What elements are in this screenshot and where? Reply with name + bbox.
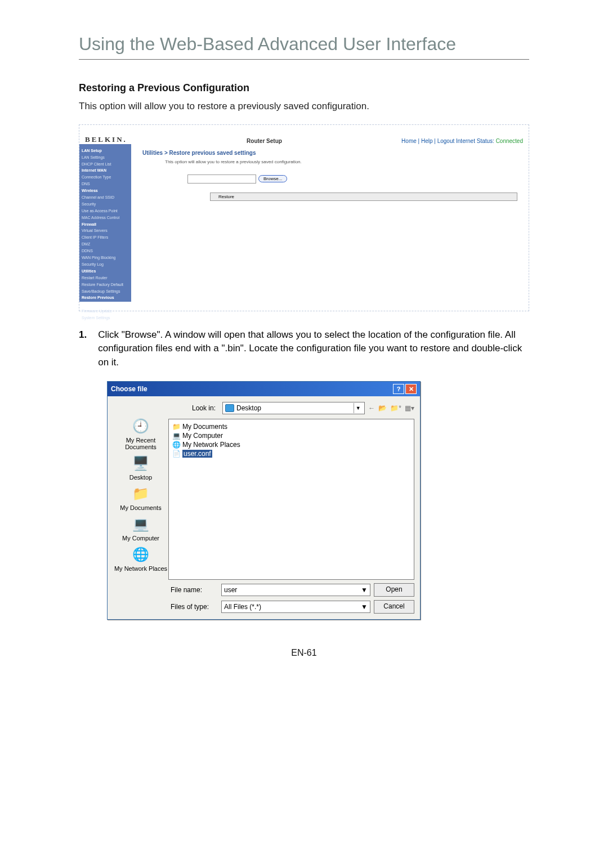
place-label: My Documents bbox=[120, 504, 161, 511]
restore-button[interactable]: Restore bbox=[210, 193, 517, 201]
sidebar-item[interactable]: Restart Router bbox=[82, 275, 129, 281]
list-item[interactable]: 💻My Computer bbox=[172, 432, 410, 440]
sidebar-item[interactable]: System Settings bbox=[82, 315, 129, 321]
sidebar-item[interactable]: DNS bbox=[82, 181, 129, 187]
divider bbox=[79, 59, 529, 60]
intro-text: This option will allow you to restore a … bbox=[79, 100, 529, 113]
up-icon[interactable]: 📂 bbox=[378, 404, 387, 412]
sidebar-item[interactable]: Connection Type bbox=[82, 174, 129, 181]
recent-icon: 🕘 bbox=[131, 417, 150, 436]
place-label: My Recent Documents bbox=[113, 437, 168, 450]
places-documents[interactable]: 📁 My Documents bbox=[120, 484, 161, 511]
chevron-down-icon[interactable]: ▼ bbox=[361, 603, 368, 611]
documents-icon: 📁 bbox=[131, 484, 150, 503]
connection-status: Connected bbox=[496, 138, 523, 144]
sidebar-header: Firewall bbox=[82, 221, 129, 228]
file-icon: 📄 bbox=[172, 450, 180, 458]
file-path-input[interactable] bbox=[187, 175, 256, 184]
list-item[interactable]: 🌐My Network Places bbox=[172, 441, 410, 449]
list-item-selected[interactable]: 📄user.conf bbox=[172, 450, 410, 458]
sidebar: LAN Setup LAN Settings DHCP Client List … bbox=[79, 144, 131, 302]
sidebar-item-active[interactable]: Restore Previous Settings bbox=[82, 294, 129, 308]
places-desktop[interactable]: 🖥️ Desktop bbox=[129, 454, 152, 481]
desktop-icon: 🖥️ bbox=[131, 454, 150, 473]
sidebar-item[interactable]: Virtual Servers bbox=[82, 227, 129, 234]
filename-input[interactable]: user ▼ bbox=[221, 584, 370, 596]
sidebar-item[interactable]: Channel and SSID bbox=[82, 194, 129, 201]
sidebar-item[interactable]: Save/Backup Settings bbox=[82, 288, 129, 295]
section-heading: Restoring a Previous Configuration bbox=[79, 82, 529, 94]
header-links[interactable]: Home | Help | Logout Internet Status: bbox=[401, 138, 494, 144]
sidebar-item[interactable]: Security Log bbox=[82, 261, 129, 268]
chevron-down-icon[interactable]: ▼ bbox=[354, 403, 362, 413]
lookin-select[interactable]: Desktop ▼ bbox=[222, 402, 365, 414]
lookin-label: Look in: bbox=[168, 404, 219, 412]
open-button[interactable]: Open bbox=[374, 583, 414, 597]
sidebar-item[interactable]: LAN Settings bbox=[82, 154, 129, 161]
computer-icon: 💻 bbox=[131, 514, 150, 534]
cancel-button[interactable]: Cancel bbox=[374, 600, 414, 614]
sidebar-item[interactable]: Client IP Filters bbox=[82, 234, 129, 241]
sidebar-header: LAN Setup bbox=[82, 147, 129, 154]
router-setup-label: Router Setup bbox=[247, 138, 282, 144]
page-title: Using the Web-Based Advanced User Interf… bbox=[79, 34, 529, 55]
sidebar-item[interactable]: MAC Address Control bbox=[82, 214, 129, 221]
file-list[interactable]: 📁My Documents 💻My Computer 🌐My Network P… bbox=[168, 419, 414, 580]
back-icon[interactable]: ← bbox=[368, 404, 375, 412]
folder-icon: 📁 bbox=[172, 423, 180, 431]
network-icon: 🌐 bbox=[131, 545, 150, 564]
place-label: My Computer bbox=[122, 535, 159, 542]
sidebar-item[interactable]: DMZ bbox=[82, 241, 129, 248]
step-number: 1. bbox=[79, 328, 87, 370]
filetype-label: Files of type: bbox=[168, 603, 218, 611]
sidebar-item[interactable]: Use as Access Point bbox=[82, 208, 129, 214]
filetype-select[interactable]: All Files (*.*) ▼ bbox=[221, 601, 370, 613]
breadcrumb: Utilities > Restore previous saved setti… bbox=[142, 150, 517, 156]
computer-icon: 💻 bbox=[172, 432, 180, 440]
choose-file-dialog: Choose file ? ✕ 🕘 My Recent Documents 🖥️… bbox=[107, 381, 421, 620]
dialog-title: Choose file bbox=[111, 385, 147, 393]
router-screenshot: BELKIN. Router Setup Home | Help | Logou… bbox=[79, 124, 529, 311]
close-icon[interactable]: ✕ bbox=[405, 384, 417, 394]
place-label: My Network Places bbox=[114, 565, 167, 572]
brand-logo: BELKIN. bbox=[85, 135, 127, 144]
help-icon[interactable]: ? bbox=[393, 384, 404, 394]
page-number: EN-61 bbox=[79, 648, 529, 658]
sidebar-item[interactable]: DDNS bbox=[82, 248, 129, 254]
sidebar-item[interactable]: WAN Ping Blocking bbox=[82, 254, 129, 261]
places-network[interactable]: 🌐 My Network Places bbox=[114, 545, 167, 572]
sidebar-header: Wireless bbox=[82, 187, 129, 194]
sidebar-item[interactable]: Security bbox=[82, 201, 129, 208]
browse-button[interactable]: Browse... bbox=[258, 175, 287, 182]
lookin-value: Desktop bbox=[236, 404, 261, 412]
sidebar-header: Utilities bbox=[82, 268, 129, 275]
place-label: Desktop bbox=[129, 474, 152, 481]
viewmenu-icon[interactable]: ▦▾ bbox=[405, 404, 414, 412]
restore-subtext: This option will allow you to restore a … bbox=[142, 159, 517, 164]
sidebar-header: Internet WAN bbox=[82, 167, 129, 174]
places-computer[interactable]: 💻 My Computer bbox=[122, 514, 159, 542]
sidebar-item[interactable]: Restore Factory Default bbox=[82, 281, 129, 288]
list-item[interactable]: 📁My Documents bbox=[172, 423, 410, 431]
sidebar-item[interactable]: DHCP Client List bbox=[82, 161, 129, 168]
step-text: Click "Browse". A window will open that … bbox=[98, 328, 529, 370]
status-line: Home | Help | Logout Internet Status: Co… bbox=[401, 138, 523, 144]
sidebar-item[interactable]: Firmware Update bbox=[82, 308, 129, 315]
filename-label: File name: bbox=[168, 586, 218, 594]
places-recent[interactable]: 🕘 My Recent Documents bbox=[113, 417, 168, 450]
chevron-down-icon[interactable]: ▼ bbox=[361, 586, 368, 594]
newfolder-icon[interactable]: 📁* bbox=[390, 404, 401, 412]
desktop-small-icon bbox=[225, 404, 234, 412]
network-icon: 🌐 bbox=[172, 441, 180, 449]
